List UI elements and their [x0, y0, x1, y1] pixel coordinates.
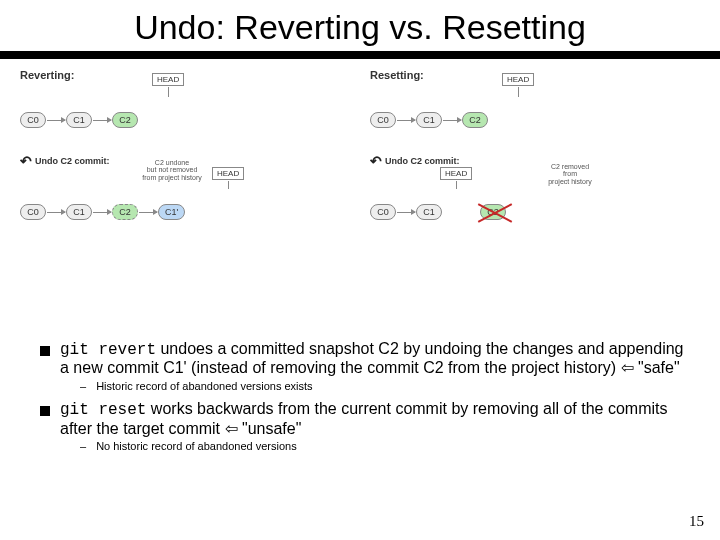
node-c0: C0 — [370, 112, 396, 128]
arrow-icon — [47, 120, 65, 121]
head-box: HEAD — [440, 167, 472, 180]
head-pointer — [168, 87, 169, 97]
head-pointer — [228, 181, 229, 189]
reset-desc: works backwards from the current commit … — [60, 400, 667, 436]
arrow-icon — [397, 212, 415, 213]
note-right: C2 removed from project history — [535, 163, 605, 185]
resetting-label: Resetting: — [370, 69, 700, 81]
note-left: C2 undone but not removed from project h… — [132, 159, 212, 181]
arrow-icon — [93, 212, 111, 213]
node-c0: C0 — [20, 112, 46, 128]
resetting-panel: Resetting: HEAD C0 C1 C2 ↶ Undo C2 commi… — [370, 69, 700, 243]
bullet-revert: git revert undoes a committed snapshot C… — [40, 340, 690, 378]
page-number: 15 — [689, 513, 704, 530]
diagram-area: Reverting: HEAD C0 C1 C2 ↶ Undo C2 commi… — [0, 59, 720, 243]
reset-tag: "unsafe" — [238, 420, 302, 437]
code-revert: git revert — [60, 341, 156, 359]
arrow-icon — [93, 120, 111, 121]
head-box: HEAD — [212, 167, 244, 180]
arrow-icon — [397, 120, 415, 121]
bullet-square-icon — [40, 406, 50, 416]
node-c1: C1 — [66, 204, 92, 220]
dash-icon: – — [80, 440, 86, 453]
node-c0: C0 — [20, 204, 46, 220]
node-c1p: C1' — [158, 204, 185, 220]
node-c1: C1 — [66, 112, 92, 128]
left-arrow-icon: ⇦ — [621, 359, 634, 376]
sub-bullet-revert: – Historic record of abandoned versions … — [80, 380, 690, 393]
undo-arrow-icon: ↶ — [20, 153, 32, 169]
node-c2: C2 — [112, 112, 138, 128]
undo-text: Undo C2 commit: — [385, 156, 460, 166]
bullet-reset: git reset works backwards from the curre… — [40, 400, 690, 438]
undo-text: Undo C2 commit: — [35, 156, 110, 166]
page-title: Undo: Reverting vs. Resetting — [0, 0, 720, 51]
dash-icon: – — [80, 380, 86, 393]
arrow-icon — [47, 212, 65, 213]
bullet-list: git revert undoes a committed snapshot C… — [40, 340, 690, 461]
resetting-row-2: C2 removed from project history HEAD C0 … — [370, 187, 700, 237]
sub-bullet-reset: – No historic record of abandoned versio… — [80, 440, 690, 453]
reverting-row-2: C2 undone but not removed from project h… — [20, 187, 350, 237]
arrow-icon — [443, 120, 461, 121]
resetting-row-1: HEAD C0 C1 C2 — [370, 95, 700, 145]
head-pointer — [518, 87, 519, 97]
revert-tag: "safe" — [634, 359, 680, 376]
code-reset: git reset — [60, 401, 146, 419]
head-box: HEAD — [152, 73, 184, 86]
head-pointer — [456, 181, 457, 189]
sub-revert-text: Historic record of abandoned versions ex… — [96, 380, 312, 393]
node-c1: C1 — [416, 204, 442, 220]
arrow-icon — [139, 212, 157, 213]
bullet-reset-text: git reset works backwards from the curre… — [60, 400, 690, 438]
title-underline — [0, 51, 720, 59]
left-arrow-icon: ⇦ — [225, 420, 238, 437]
reverting-row-1: HEAD C0 C1 C2 — [20, 95, 350, 145]
node-c1: C1 — [416, 112, 442, 128]
head-box: HEAD — [502, 73, 534, 86]
node-c2-dashed: C2 — [112, 204, 138, 220]
node-c2-removed: C2 — [480, 204, 506, 220]
undo-arrow-icon: ↶ — [370, 153, 382, 169]
node-c0: C0 — [370, 204, 396, 220]
reverting-label: Reverting: — [20, 69, 350, 81]
node-c2: C2 — [462, 112, 488, 128]
sub-reset-text: No historic record of abandoned versions — [96, 440, 297, 453]
reverting-panel: Reverting: HEAD C0 C1 C2 ↶ Undo C2 commi… — [20, 69, 350, 243]
bullet-square-icon — [40, 346, 50, 356]
bullet-revert-text: git revert undoes a committed snapshot C… — [60, 340, 690, 378]
